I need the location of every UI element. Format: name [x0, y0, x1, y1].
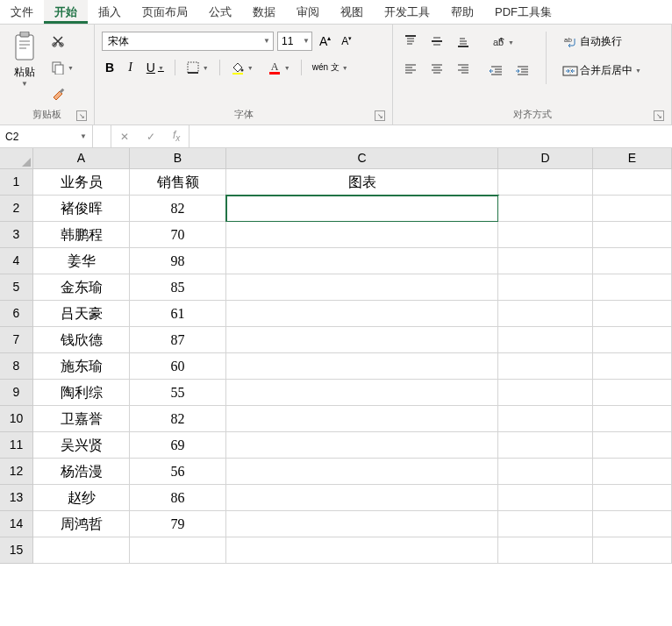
cell-B14[interactable]: 79: [130, 511, 226, 537]
cell-E9[interactable]: [593, 380, 672, 406]
font-name-select[interactable]: ▼: [102, 32, 274, 51]
increase-indent-button[interactable]: [512, 61, 533, 81]
cell-E2[interactable]: [593, 196, 672, 222]
italic-button[interactable]: I: [125, 58, 136, 77]
wrap-text-button[interactable]: ab 自动换行: [559, 32, 645, 52]
menu-0[interactable]: 文件: [0, 0, 44, 24]
menu-1[interactable]: 开始: [44, 0, 88, 24]
cell-D13[interactable]: [498, 485, 593, 511]
row-header-14[interactable]: 14: [0, 511, 33, 537]
cell-B9[interactable]: 55: [130, 380, 226, 406]
cell-E14[interactable]: [593, 511, 672, 537]
menu-6[interactable]: 审阅: [286, 0, 330, 24]
menu-7[interactable]: 视图: [330, 0, 374, 24]
font-size-select[interactable]: ▼: [277, 32, 312, 51]
fx-button[interactable]: fx: [164, 129, 189, 143]
cell-B3[interactable]: 70: [130, 222, 226, 248]
cut-button[interactable]: [47, 32, 77, 51]
row-header-6[interactable]: 6: [0, 301, 33, 327]
cell-B15[interactable]: [130, 537, 226, 564]
format-painter-button[interactable]: [47, 84, 77, 105]
cell-B13[interactable]: 86: [130, 485, 226, 511]
row-header-9[interactable]: 9: [0, 380, 33, 406]
cell-A6[interactable]: 吕天豪: [33, 301, 130, 327]
fill-color-button[interactable]: ▼: [227, 58, 257, 77]
cell-D6[interactable]: [498, 301, 593, 327]
cell-E3[interactable]: [593, 222, 672, 248]
cell-A13[interactable]: 赵纱: [33, 485, 130, 511]
align-center-button[interactable]: [426, 60, 447, 79]
cell-D7[interactable]: [498, 327, 593, 353]
phonetic-button[interactable]: wén 文▼: [309, 60, 352, 75]
bold-button[interactable]: B: [102, 58, 118, 77]
col-header-C[interactable]: C: [226, 148, 498, 169]
cell-C2[interactable]: [226, 196, 498, 222]
menu-4[interactable]: 公式: [198, 0, 242, 24]
cell-E15[interactable]: [593, 537, 672, 564]
cell-C15[interactable]: [226, 537, 498, 564]
row-header-5[interactable]: 5: [0, 274, 33, 301]
align-top-button[interactable]: [400, 32, 421, 51]
cell-E8[interactable]: [593, 353, 672, 380]
cell-B8[interactable]: 60: [130, 353, 226, 380]
copy-button[interactable]: ▼: [47, 58, 77, 77]
dialog-launcher-icon[interactable]: ↘: [375, 110, 385, 121]
align-left-button[interactable]: [400, 60, 421, 79]
menu-10[interactable]: PDF工具集: [484, 0, 562, 24]
cell-E12[interactable]: [593, 459, 672, 485]
cell-B4[interactable]: 98: [130, 248, 226, 274]
cell-E5[interactable]: [593, 274, 672, 301]
cell-D10[interactable]: [498, 406, 593, 432]
align-bottom-button[interactable]: [453, 32, 474, 51]
cell-E7[interactable]: [593, 327, 672, 353]
align-right-button[interactable]: [453, 60, 474, 79]
cell-C14[interactable]: [226, 511, 498, 537]
cell-A4[interactable]: 姜华: [33, 248, 130, 274]
cell-A5[interactable]: 金东瑜: [33, 274, 130, 301]
cell-A1[interactable]: 业务员: [33, 169, 130, 196]
col-header-A[interactable]: A: [33, 148, 130, 169]
underline-button[interactable]: U▼: [143, 58, 168, 77]
cell-B5[interactable]: 85: [130, 274, 226, 301]
cancel-formula-button[interactable]: ✕: [111, 131, 138, 143]
row-header-2[interactable]: 2: [0, 196, 33, 222]
cell-B12[interactable]: 56: [130, 459, 226, 485]
cell-C6[interactable]: [226, 301, 498, 327]
cell-D14[interactable]: [498, 511, 593, 537]
cell-D4[interactable]: [498, 248, 593, 274]
increase-font-button[interactable]: A▴: [316, 32, 334, 51]
cell-C4[interactable]: [226, 248, 498, 274]
col-header-E[interactable]: E: [593, 148, 672, 169]
cell-D8[interactable]: [498, 353, 593, 380]
cell-B11[interactable]: 69: [130, 432, 226, 459]
cell-A7[interactable]: 钱欣德: [33, 327, 130, 353]
cell-A14[interactable]: 周鸿哲: [33, 511, 130, 537]
row-header-13[interactable]: 13: [0, 485, 33, 511]
cell-C12[interactable]: [226, 459, 498, 485]
row-header-1[interactable]: 1: [0, 169, 33, 196]
menu-5[interactable]: 数据: [242, 0, 286, 24]
select-all-button[interactable]: [0, 148, 33, 169]
row-header-11[interactable]: 11: [0, 432, 33, 459]
cell-B7[interactable]: 87: [130, 327, 226, 353]
cell-B10[interactable]: 82: [130, 406, 226, 432]
name-box[interactable]: ▼: [0, 125, 93, 147]
cell-D2[interactable]: [498, 196, 593, 222]
merge-center-button[interactable]: 合并后居中 ▼: [559, 60, 645, 81]
cell-A2[interactable]: 褚俊晖: [33, 196, 130, 222]
cell-A3[interactable]: 韩鹏程: [33, 222, 130, 248]
cell-C13[interactable]: [226, 485, 498, 511]
cell-A11[interactable]: 吴兴贤: [33, 432, 130, 459]
cell-D5[interactable]: [498, 274, 593, 301]
cell-A10[interactable]: 卫嘉誉: [33, 406, 130, 432]
cell-C11[interactable]: [226, 432, 498, 459]
menu-3[interactable]: 页面布局: [132, 0, 198, 24]
font-name-input[interactable]: [102, 32, 274, 51]
menu-9[interactable]: 帮助: [440, 0, 484, 24]
cell-E13[interactable]: [593, 485, 672, 511]
orientation-button[interactable]: ab▼: [486, 32, 533, 53]
cell-A15[interactable]: [33, 537, 130, 564]
accept-formula-button[interactable]: ✓: [138, 131, 164, 143]
cell-D15[interactable]: [498, 537, 593, 564]
cell-E11[interactable]: [593, 432, 672, 459]
